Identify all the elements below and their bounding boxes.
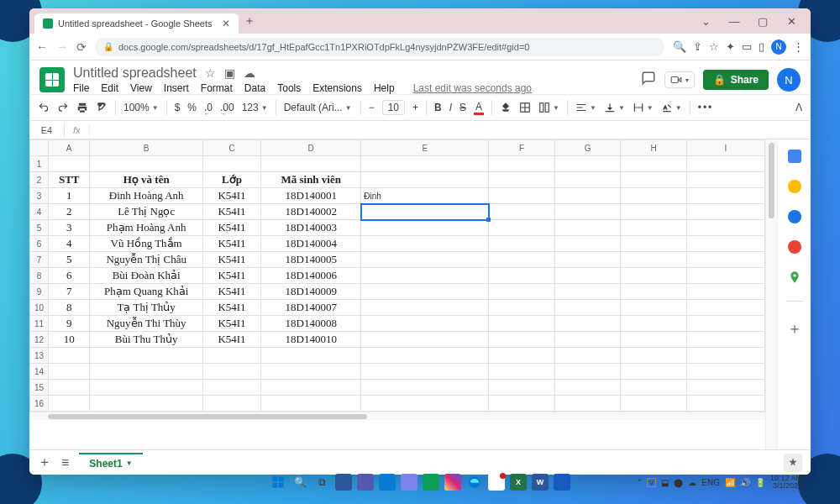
cell[interactable]: [202, 380, 260, 396]
cell[interactable]: [686, 332, 764, 348]
vertical-scrollbar[interactable]: [765, 139, 777, 449]
cell[interactable]: [554, 220, 621, 236]
cell[interactable]: Lê Thị Ngọc: [90, 204, 202, 220]
tray-onedrive-icon[interactable]: ☁: [688, 478, 696, 487]
cell[interactable]: [554, 380, 621, 396]
cell[interactable]: 7: [48, 284, 90, 300]
cell[interactable]: 9: [48, 316, 90, 332]
cell[interactable]: [489, 316, 554, 332]
menu-insert[interactable]: Insert: [164, 82, 189, 94]
sheet-tab-menu-icon[interactable]: ▼: [126, 459, 133, 467]
tray-clock[interactable]: 10:12 AM3/1/2022: [770, 475, 802, 490]
italic-button[interactable]: I: [449, 102, 452, 113]
move-folder-icon[interactable]: ▣: [224, 66, 235, 80]
cloud-status-icon[interactable]: ☁: [244, 66, 255, 80]
cell[interactable]: [361, 204, 489, 220]
row-header[interactable]: 8: [30, 268, 49, 284]
cell[interactable]: 10: [48, 332, 90, 348]
text-color-button[interactable]: A: [474, 101, 484, 115]
cell[interactable]: Phạm Hoàng Anh: [90, 220, 202, 236]
cell[interactable]: [489, 204, 554, 220]
cell[interactable]: [90, 396, 202, 412]
chat-taskbar-icon[interactable]: [423, 474, 439, 491]
word-taskbar-icon[interactable]: [335, 474, 352, 491]
cell[interactable]: [489, 364, 554, 380]
col-header[interactable]: D: [261, 140, 361, 156]
font-size-increase[interactable]: +: [412, 102, 418, 113]
cell[interactable]: [361, 348, 489, 364]
name-box[interactable]: E4: [29, 123, 65, 137]
cell[interactable]: K54I1: [202, 252, 260, 268]
cell[interactable]: [621, 188, 687, 204]
print-icon[interactable]: [76, 102, 88, 113]
cell[interactable]: [361, 284, 489, 300]
cell[interactable]: [621, 348, 687, 364]
cell[interactable]: [686, 396, 764, 412]
increase-decimal-button[interactable]: .00→: [220, 102, 234, 113]
cell[interactable]: Nguyễn Thị Châu: [90, 252, 202, 268]
cell[interactable]: [686, 172, 764, 188]
cell[interactable]: [361, 220, 489, 236]
url-field[interactable]: 🔒 docs.google.com/spreadsheets/d/17gf_Ht…: [95, 38, 664, 56]
percent-button[interactable]: %: [187, 102, 197, 113]
cell[interactable]: 3: [48, 220, 90, 236]
cell[interactable]: [489, 284, 554, 300]
cell[interactable]: [554, 332, 621, 348]
cell[interactable]: [489, 188, 554, 204]
row-header[interactable]: 5: [30, 220, 49, 236]
cell[interactable]: [361, 316, 489, 332]
v-align-button[interactable]: ▼: [604, 102, 625, 113]
contacts-sidepanel-icon[interactable]: [788, 240, 801, 254]
tab-close-icon[interactable]: ✕: [222, 18, 230, 29]
taskbar-search-icon[interactable]: 🔍: [291, 474, 308, 491]
h-align-button[interactable]: ▼: [575, 102, 596, 113]
cell[interactable]: [361, 252, 489, 268]
cell[interactable]: [554, 172, 621, 188]
col-header[interactable]: H: [621, 140, 687, 156]
cell[interactable]: [554, 252, 621, 268]
calendar-sidepanel-icon[interactable]: [788, 150, 801, 163]
keep-sidepanel-icon[interactable]: [788, 180, 801, 193]
cell[interactable]: [686, 268, 764, 284]
merge-button[interactable]: ▼: [538, 102, 559, 113]
doc-title[interactable]: Untitled spreadsheet: [73, 66, 197, 81]
cell[interactable]: [686, 364, 764, 380]
cell[interactable]: Đinh Hoàng Anh: [90, 188, 202, 204]
cell[interactable]: [361, 380, 489, 396]
cell[interactable]: 18D140007: [261, 300, 361, 316]
tray-app-icon[interactable]: V: [647, 478, 656, 487]
cell[interactable]: 5: [48, 252, 90, 268]
cell[interactable]: [621, 268, 687, 284]
bold-button[interactable]: B: [434, 102, 442, 113]
cell[interactable]: [554, 188, 621, 204]
cell[interactable]: [621, 220, 687, 236]
devices-icon[interactable]: ▯: [759, 40, 764, 53]
cell[interactable]: 18D140008: [261, 316, 361, 332]
reading-list-icon[interactable]: ▭: [742, 40, 752, 53]
cell[interactable]: [261, 396, 361, 412]
cell[interactable]: [554, 268, 621, 284]
cell[interactable]: [202, 156, 260, 172]
cell[interactable]: [554, 236, 621, 252]
undo-icon[interactable]: [38, 102, 50, 113]
cell[interactable]: [361, 156, 489, 172]
add-sheet-button[interactable]: ＋: [38, 454, 51, 471]
cell[interactable]: [621, 284, 687, 300]
nav-back-icon[interactable]: ←: [36, 40, 48, 54]
cell[interactable]: 18D140009: [261, 284, 361, 300]
menu-data[interactable]: Data: [244, 82, 265, 94]
cell[interactable]: 18D140003: [261, 220, 361, 236]
tray-lang[interactable]: ENG: [701, 478, 720, 487]
cell[interactable]: [489, 348, 554, 364]
maps-sidepanel-icon[interactable]: [788, 270, 801, 284]
cell[interactable]: Vũ Hồng Thắm: [90, 236, 202, 252]
currency-button[interactable]: $: [175, 102, 181, 113]
horizontal-scrollbar[interactable]: [29, 412, 765, 420]
cell[interactable]: 1: [48, 188, 90, 204]
cell[interactable]: [90, 348, 202, 364]
row-header[interactable]: 9: [30, 284, 49, 300]
cell[interactable]: K54I1: [202, 220, 260, 236]
cell[interactable]: [261, 364, 361, 380]
cell[interactable]: [90, 380, 202, 396]
cell[interactable]: [621, 172, 687, 188]
